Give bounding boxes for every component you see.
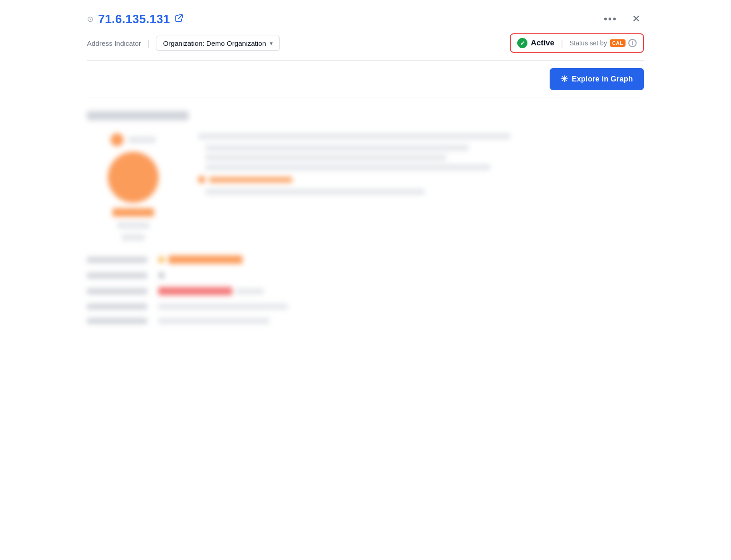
- status-set-by-label: Status set by: [570, 39, 607, 47]
- explore-btn-label: Explore in Graph: [572, 75, 633, 83]
- blurred-content-area: [87, 111, 644, 324]
- blurred-orange-line-1: [209, 177, 292, 183]
- blurred-field-row-1: [87, 255, 644, 264]
- ip-address: 71.6.135.131: [98, 12, 170, 26]
- blurred-field-label-5: [87, 318, 147, 324]
- graph-icon: ✳: [561, 74, 568, 84]
- info-icon[interactable]: i: [628, 39, 637, 47]
- blurred-sub-1: [205, 145, 644, 170]
- address-indicator-label: Address Indicator: [87, 39, 141, 47]
- blurred-field-row-2: [87, 272, 644, 279]
- subtitle-row: Address Indicator | Organization: Demo O…: [87, 33, 644, 60]
- blurred-field-label-1: [87, 257, 147, 263]
- header-actions: ••• ✕: [600, 11, 644, 27]
- title-area: ⊙ 71.6.135.131: [87, 12, 184, 26]
- status-box: ✓ Active | Status set by CAL i: [510, 33, 644, 53]
- blurred-field-label-4: [87, 304, 147, 310]
- blurred-field-label-2: [87, 273, 147, 279]
- blurred-bar-2: [117, 222, 149, 229]
- blurred-main-section: [87, 133, 644, 241]
- blurred-section-title: [87, 111, 189, 120]
- status-set-by-area: Status set by CAL i: [570, 39, 637, 47]
- blurred-field-label-3: [87, 288, 147, 294]
- content-separator: [87, 98, 644, 98]
- external-link-icon[interactable]: [174, 13, 184, 25]
- blurred-bar-1: [112, 208, 154, 217]
- close-button[interactable]: ✕: [628, 11, 644, 27]
- blurred-field-value-4: [158, 304, 288, 310]
- blurred-field-row-5: [87, 318, 644, 324]
- blurred-bar-3: [122, 234, 145, 241]
- blurred-line-4: [205, 164, 490, 170]
- blurred-field-row-3: [87, 287, 644, 295]
- header-separator: [87, 60, 644, 61]
- blurred-dot-1: [198, 176, 205, 183]
- blurred-circle-chart: [108, 152, 159, 203]
- org-dropdown[interactable]: Organization: Demo Organization ▾: [156, 36, 280, 51]
- blurred-line-3: [205, 155, 446, 161]
- blurred-fields-section: [87, 255, 644, 324]
- blurred-field-value-5: [158, 318, 269, 324]
- blurred-dot-2: [158, 256, 165, 263]
- blurred-line-5: [205, 189, 425, 195]
- active-badge: ✓ Active: [517, 38, 554, 48]
- more-options-button[interactable]: •••: [600, 11, 621, 27]
- divider-pipe: |: [148, 38, 150, 48]
- blurred-field-row-4: [87, 304, 644, 310]
- blurred-line-1: [198, 133, 510, 139]
- blurred-right-panel: [198, 133, 644, 241]
- location-pin-icon: ⊙: [87, 14, 93, 24]
- blurred-field-value-1: [168, 255, 242, 264]
- blurred-sub-2: [205, 189, 644, 195]
- explore-in-graph-button[interactable]: ✳ Explore in Graph: [550, 68, 644, 90]
- status-pipe-divider: |: [561, 38, 563, 48]
- check-circle-icon: ✓: [517, 38, 527, 48]
- org-dropdown-text: Organization: Demo Organization: [163, 39, 266, 47]
- blurred-dot-3: [158, 272, 165, 279]
- chevron-down-icon: ▾: [270, 40, 273, 47]
- blurred-left-panel: [87, 133, 180, 241]
- blurred-field-value-3b: [236, 288, 264, 294]
- active-status-text: Active: [531, 38, 554, 48]
- blurred-line-2: [205, 145, 469, 151]
- action-row: ✳ Explore in Graph: [87, 68, 644, 90]
- subtitle-left: Address Indicator | Organization: Demo O…: [87, 36, 280, 51]
- cal-badge: CAL: [610, 39, 626, 47]
- header-row: ⊙ 71.6.135.131 ••• ✕: [87, 11, 644, 27]
- blurred-field-value-3: [158, 287, 232, 295]
